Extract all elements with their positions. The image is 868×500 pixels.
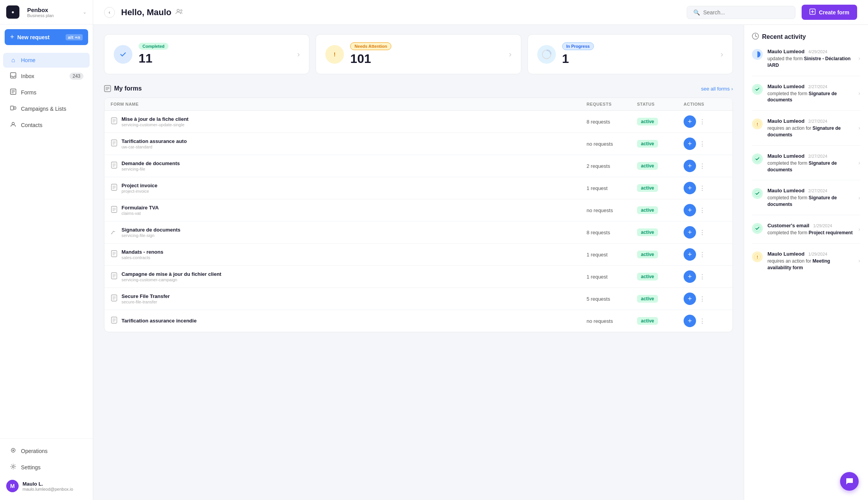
user-profile[interactable]: M Maulo L. maulo.lumleod@penbox.io <box>0 476 93 496</box>
add-request-button[interactable]: + <box>684 138 696 150</box>
needs-attention-icon: ! <box>325 45 344 64</box>
activity-user: Maulo Lumleod <box>767 153 804 159</box>
user-info: Maulo L. maulo.lumleod@penbox.io <box>23 481 73 491</box>
sidebar-item-campaigns[interactable]: Campaigns & Lists <box>3 101 90 117</box>
activity-arrow-icon: › <box>858 125 860 131</box>
form-actions: + ⋮ <box>684 182 726 194</box>
stat-completed-arrow[interactable]: › <box>297 50 300 59</box>
sidebar-header: ● Penbox Business plan ⌄ <box>0 0 93 24</box>
more-options-button[interactable]: ⋮ <box>699 162 705 170</box>
see-all-forms-link[interactable]: see all forms › <box>701 86 733 92</box>
activity-user: Maulo Lumleod <box>767 118 804 124</box>
sidebar-item-label: Settings <box>21 464 41 470</box>
activity-body: Maulo Lumleod 2/27/2024 requires an acti… <box>767 118 854 138</box>
more-options-button[interactable]: ⋮ <box>699 317 705 325</box>
stat-in-progress[interactable]: In Progress 1 › <box>528 34 733 74</box>
more-options-button[interactable]: ⋮ <box>699 229 705 236</box>
form-actions: + ⋮ <box>684 138 726 150</box>
add-request-button[interactable]: + <box>684 293 696 305</box>
stat-needs-attention[interactable]: ! Needs Attention 101 › <box>316 34 521 74</box>
form-slug: secure-file-transfer <box>122 300 170 304</box>
collapse-sidebar-button[interactable]: ‹ <box>104 7 115 18</box>
create-form-button[interactable]: Create form <box>802 5 857 20</box>
status-badge: active <box>637 206 658 214</box>
more-options-button[interactable]: ⋮ <box>699 273 705 280</box>
form-actions: + ⋮ <box>684 315 726 327</box>
more-options-button[interactable]: ⋮ <box>699 118 705 125</box>
stat-attention-arrow[interactable]: › <box>509 50 512 59</box>
more-options-button[interactable]: ⋮ <box>699 185 705 192</box>
activity-arrow-icon: › <box>858 160 860 166</box>
add-request-button[interactable]: + <box>684 115 696 128</box>
activity-item[interactable]: Maulo Lumleod 2/27/2024 completed the fo… <box>752 187 860 215</box>
form-type-icon <box>111 162 118 170</box>
form-info: Signature de documents servicing-file-si… <box>122 227 181 238</box>
chat-fab-button[interactable] <box>840 472 859 491</box>
in-progress-value: 1 <box>562 52 712 66</box>
search-bar[interactable]: 🔍 <box>687 6 795 19</box>
col-actions: ACTIONS <box>684 102 726 106</box>
more-options-button[interactable]: ⋮ <box>699 251 705 258</box>
new-request-button[interactable]: + New request alt +n <box>5 29 88 45</box>
main-nav: ⌂ Home Inbox 243 Forms <box>0 50 93 438</box>
sidebar-item-operations[interactable]: Operations <box>3 443 90 459</box>
svg-point-9 <box>12 449 14 451</box>
activity-text: completed the form Signature de document… <box>767 91 854 104</box>
sidebar-item-home[interactable]: ⌂ Home <box>3 53 90 68</box>
create-form-label: Create form <box>819 9 849 16</box>
form-requests: 1 request <box>587 274 637 280</box>
chevron-down-icon[interactable]: ⌄ <box>83 9 87 15</box>
activity-item[interactable]: Maulo Lumleod 2/27/2024 completed the fo… <box>752 83 860 111</box>
add-request-button[interactable]: + <box>684 270 696 283</box>
add-request-button[interactable]: + <box>684 315 696 327</box>
activity-list: Maulo Lumleod 4/29/2024 updated the form… <box>752 48 860 278</box>
in-progress-badge: In Progress <box>562 42 594 50</box>
right-panel: Recent activity Maulo Lumleod 4/29/2024 … <box>744 25 868 500</box>
settings-icon <box>9 463 17 471</box>
search-input[interactable] <box>703 9 789 16</box>
activity-date: 4/29/2024 <box>808 49 827 54</box>
activity-status-icon <box>752 153 763 164</box>
activity-status-icon <box>752 223 763 234</box>
more-options-button[interactable]: ⋮ <box>699 295 705 303</box>
sidebar-item-label: Home <box>21 57 35 63</box>
activity-item[interactable]: Maulo Lumleod 2/27/2024 completed the fo… <box>752 153 860 181</box>
stat-progress-arrow[interactable]: › <box>720 50 723 59</box>
status-badge: active <box>637 273 658 280</box>
activity-item[interactable]: Maulo Lumleod 4/29/2024 updated the form… <box>752 48 860 76</box>
sidebar-item-settings[interactable]: Settings <box>3 460 90 475</box>
svg-point-11 <box>177 9 179 12</box>
contacts-icon <box>9 121 17 129</box>
activity-item[interactable]: ! Maulo Lumleod 2/27/2024 requires an ac… <box>752 118 860 146</box>
more-options-button[interactable]: ⋮ <box>699 207 705 214</box>
activity-body: Customer's email 1/29/2024 completed the… <box>767 222 854 236</box>
form-requests: 1 request <box>587 252 637 258</box>
activity-item[interactable]: ! Maulo Lumleod 1/29/2024 requires an ac… <box>752 251 860 278</box>
activity-item[interactable]: Customer's email 1/29/2024 completed the… <box>752 222 860 244</box>
add-request-button[interactable]: + <box>684 248 696 261</box>
activity-text: completed the form Signature de document… <box>767 195 854 208</box>
user-email: maulo.lumleod@penbox.io <box>23 487 73 491</box>
sidebar-item-inbox[interactable]: Inbox 243 <box>3 68 90 84</box>
add-request-button[interactable]: + <box>684 204 696 216</box>
svg-text:!: ! <box>334 51 336 57</box>
sidebar-item-contacts[interactable]: Contacts <box>3 117 90 133</box>
more-options-button[interactable]: ⋮ <box>699 140 705 148</box>
search-icon: 🔍 <box>693 9 700 16</box>
completed-icon <box>114 45 132 64</box>
add-request-button[interactable]: + <box>684 226 696 239</box>
activity-body: Maulo Lumleod 2/27/2024 completed the fo… <box>767 83 854 104</box>
form-slug: sales-contracts <box>122 255 163 260</box>
col-form-name: FORM NAME <box>111 102 587 106</box>
activity-body: Maulo Lumleod 2/27/2024 completed the fo… <box>767 153 854 173</box>
add-request-button[interactable]: + <box>684 160 696 172</box>
needs-attention-value: 101 <box>350 52 500 66</box>
form-actions: + ⋮ <box>684 226 726 239</box>
form-requests: no requests <box>587 207 637 213</box>
form-type-icon <box>111 228 118 237</box>
completed-value: 11 <box>139 51 288 66</box>
stat-completed[interactable]: Completed 11 › <box>104 34 309 74</box>
sidebar-item-forms[interactable]: Forms <box>3 85 90 100</box>
user-settings-icon[interactable] <box>175 7 183 17</box>
add-request-button[interactable]: + <box>684 182 696 194</box>
